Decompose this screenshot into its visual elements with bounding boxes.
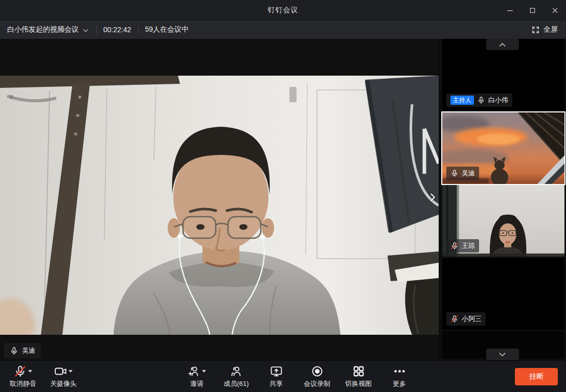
fullscreen-button[interactable]: 全屏 bbox=[531, 25, 558, 34]
close-icon bbox=[551, 6, 559, 15]
record-label: 会议录制 bbox=[294, 379, 340, 388]
dropdown-caret-icon[interactable] bbox=[69, 370, 73, 373]
mic-muted-icon bbox=[450, 315, 459, 323]
more-icon bbox=[393, 365, 406, 378]
mic-icon bbox=[450, 169, 459, 177]
hangup-button[interactable]: 挂断 bbox=[515, 368, 558, 385]
unmute-button[interactable]: 取消静音 bbox=[0, 364, 46, 388]
participant-name: 小阿三 bbox=[462, 314, 482, 324]
maximize-icon bbox=[528, 6, 537, 15]
participant-count: 59人在会议中 bbox=[145, 25, 189, 34]
participant-label: 吴迪 bbox=[446, 167, 479, 180]
participant-tile-wangqiong[interactable]: 王琼 bbox=[442, 185, 564, 257]
participant-label: 主持人 白小伟 bbox=[446, 94, 512, 107]
meeting-title: 白小伟发起的视频会议 bbox=[7, 25, 79, 34]
mic-icon bbox=[477, 96, 485, 104]
camera-icon bbox=[54, 365, 67, 378]
record-icon bbox=[311, 365, 324, 378]
fullscreen-icon bbox=[531, 26, 540, 34]
maximize-button[interactable] bbox=[521, 0, 544, 20]
dropdown-caret-icon[interactable] bbox=[202, 370, 206, 373]
mic-icon bbox=[10, 347, 18, 355]
minimize-icon bbox=[506, 6, 514, 15]
switch-view-button[interactable]: 切换视图 bbox=[335, 364, 381, 388]
mic-muted-icon bbox=[14, 365, 27, 378]
grid-view-icon bbox=[352, 365, 365, 378]
share-screen-button[interactable]: 共享 bbox=[253, 364, 299, 388]
chevron-right-icon bbox=[427, 190, 438, 204]
separator bbox=[138, 26, 139, 34]
window-title: 钉钉会议 bbox=[268, 6, 299, 15]
chevron-down-icon bbox=[82, 27, 89, 34]
participant-label: 小阿三 bbox=[446, 312, 486, 326]
scroll-down-button[interactable] bbox=[486, 349, 519, 360]
close-button[interactable] bbox=[544, 0, 566, 20]
participant-label: 王琼 bbox=[446, 239, 479, 252]
more-button[interactable]: 更多 bbox=[376, 364, 422, 388]
participant-tile-wudi[interactable]: 吴迪 bbox=[441, 111, 565, 185]
dingtalk-meeting-window: 钉钉会议 白小伟发起的视频会议 00:22:42 59人在会议中 全屏 bbox=[0, 0, 566, 392]
chevron-down-icon bbox=[497, 350, 507, 359]
members-icon bbox=[230, 365, 243, 378]
main-video-stage: 吴迪 bbox=[0, 39, 439, 360]
share-label: 共享 bbox=[253, 379, 299, 388]
participant-name: 吴迪 bbox=[462, 169, 475, 178]
camera-label: 关摄像头 bbox=[40, 379, 86, 388]
switch-view-label: 切换视图 bbox=[335, 379, 381, 388]
separator bbox=[96, 26, 97, 34]
scroll-up-button[interactable] bbox=[486, 39, 519, 50]
sidebar-collapse-button[interactable] bbox=[427, 190, 438, 204]
dropdown-caret-icon[interactable] bbox=[28, 370, 32, 373]
active-speaker-label: 吴迪 bbox=[4, 343, 41, 358]
members-button[interactable]: 成员(61) bbox=[213, 364, 259, 388]
participant-name: 王琼 bbox=[462, 241, 475, 250]
record-button[interactable]: 会议录制 bbox=[294, 364, 340, 388]
titlebar: 钉钉会议 bbox=[0, 0, 566, 20]
share-screen-icon bbox=[270, 365, 283, 378]
fullscreen-label: 全屏 bbox=[544, 25, 558, 34]
meeting-toolbar: 取消静音 关摄像头 邀请 成员(61) 共享 bbox=[0, 360, 566, 392]
chevron-up-icon bbox=[497, 40, 507, 50]
participant-tile-xiaoasan[interactable]: 小阿三 bbox=[442, 258, 564, 330]
camera-off-button[interactable]: 关摄像头 bbox=[40, 364, 86, 388]
participant-name: 白小伟 bbox=[488, 96, 508, 105]
members-label: 成员(61) bbox=[213, 379, 259, 388]
meeting-title-dropdown[interactable]: 白小伟发起的视频会议 bbox=[7, 25, 89, 34]
mic-muted-icon bbox=[450, 242, 459, 250]
window-controls bbox=[499, 0, 566, 20]
speaker-name: 吴迪 bbox=[22, 346, 35, 355]
unmute-label: 取消静音 bbox=[0, 379, 46, 388]
invite-icon bbox=[188, 365, 200, 378]
minimize-button[interactable] bbox=[499, 0, 521, 20]
meeting-timer: 00:22:42 bbox=[103, 26, 131, 34]
meeting-header: 白小伟发起的视频会议 00:22:42 59人在会议中 全屏 bbox=[0, 20, 566, 39]
main-video-feed bbox=[0, 76, 439, 335]
host-badge: 主持人 bbox=[450, 96, 474, 105]
more-label: 更多 bbox=[376, 379, 422, 388]
participants-sidebar: 主持人 白小伟 bbox=[439, 39, 566, 360]
